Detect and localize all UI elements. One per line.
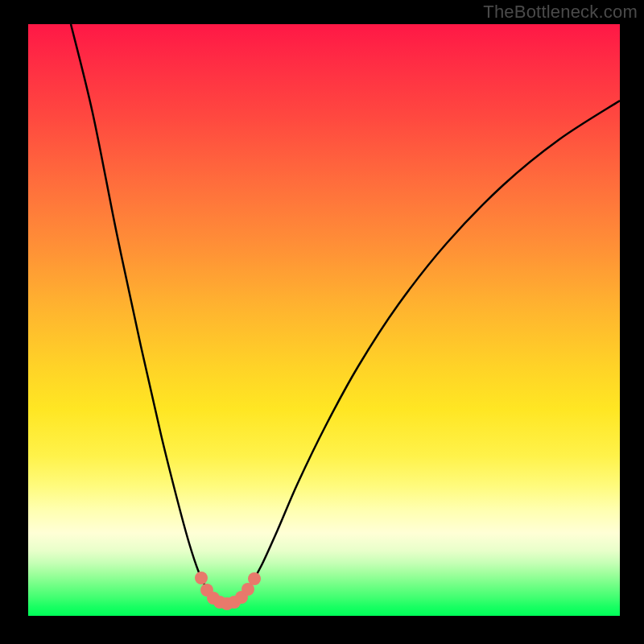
watermark-text: TheBottleneck.com <box>483 2 638 23</box>
highlight-markers-group <box>28 24 620 616</box>
chart-frame: TheBottleneck.com <box>0 0 644 644</box>
highlight-marker <box>195 572 208 584</box>
highlight-marker <box>248 572 261 585</box>
